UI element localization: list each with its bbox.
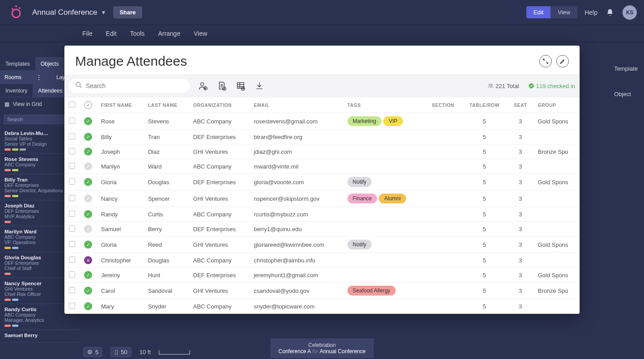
- menu-edit[interactable]: Edit: [106, 30, 117, 37]
- menu-file[interactable]: File: [82, 30, 93, 37]
- col-email[interactable]: EMAIL: [249, 97, 343, 113]
- download-icon[interactable]: [254, 80, 265, 91]
- row-checkbox[interactable]: [69, 195, 75, 201]
- cell-tags: [343, 130, 425, 144]
- right-tab-template[interactable]: Template: [610, 57, 642, 80]
- col-lastname[interactable]: LAST NAME: [144, 97, 189, 113]
- status-icon: ✓: [84, 302, 92, 310]
- cell-email: agonzal@yodo.gov.: [249, 314, 343, 314]
- col-seat[interactable]: SEAT: [508, 97, 534, 113]
- table-row[interactable]: ✓ Marilyn Ward ABC Company mward@vinte.m…: [64, 159, 580, 174]
- kebab-icon[interactable]: ⋮: [36, 74, 42, 80]
- row-checkbox[interactable]: [69, 257, 75, 263]
- help-link[interactable]: Help: [585, 9, 597, 16]
- table-row[interactable]: ✓ Nancy Spencer GHI Ventures nspencer@sk…: [64, 190, 580, 207]
- row-checkbox[interactable]: [69, 118, 75, 124]
- col-org[interactable]: ORGANIZATION: [189, 97, 250, 113]
- cell-org: DEF Enterprises: [189, 314, 250, 314]
- cell-email: btran@feedfire.org: [249, 130, 343, 144]
- table-row[interactable]: ✓ Mary Snyder ABC Company snyder@topicwa…: [64, 299, 580, 314]
- cell-section: [424, 314, 462, 314]
- gear-count[interactable]: ⚙︎ 5: [83, 347, 102, 357]
- cell-seat: 3: [508, 222, 534, 237]
- sidebar-attendee-card[interactable]: Samuel Berry: [0, 330, 80, 343]
- tag-pill: Notify: [347, 240, 372, 249]
- columns-icon[interactable]: [235, 80, 246, 91]
- cell-org: ABC Company: [189, 207, 250, 222]
- row-checkbox[interactable]: [69, 211, 75, 217]
- cell-section: [424, 190, 462, 207]
- cell-org: DEF Enterprises: [189, 174, 250, 190]
- cell-seat: 3: [508, 190, 534, 207]
- tab-objects[interactable]: Objects: [35, 57, 64, 70]
- table-row[interactable]: ✓ Billy Tran DEF Enterprises btran@feedf…: [64, 130, 580, 144]
- status-icon: ✓: [84, 178, 92, 186]
- table-row[interactable]: ✓ Gloria Douglas DEF Enterprises gloria@…: [64, 174, 580, 190]
- status-icon: ✓: [84, 225, 92, 233]
- svg-point-0: [12, 9, 20, 17]
- bell-icon[interactable]: [605, 7, 615, 18]
- cell-org: GHI Ventures: [189, 237, 250, 253]
- view-in-grid[interactable]: View in Grid: [13, 101, 42, 107]
- select-all-checkbox[interactable]: [69, 101, 75, 108]
- status-header-icon[interactable]: [84, 101, 92, 109]
- menu-tools[interactable]: Tools: [130, 30, 145, 37]
- table-row[interactable]: ✓ Carol Sandoval GHI Ventures csandoval@…: [64, 283, 580, 299]
- share-button[interactable]: Share: [113, 6, 142, 18]
- table-row[interactable]: ✓ Samuel Berry DEF Enterprises berry1@qu…: [64, 222, 580, 237]
- table-row[interactable]: ✓ Joseph Diaz GHI Ventures jdiaz@ghi.com…: [64, 144, 580, 159]
- row-checkbox[interactable]: [69, 271, 75, 278]
- table-row[interactable]: ✓ Jeremy Hunt DEF Enterprises jeremyhunt…: [64, 268, 580, 283]
- right-tab-object[interactable]: Object: [610, 91, 642, 97]
- row-checkbox[interactable]: [69, 163, 75, 169]
- table-row[interactable]: ✓ Randy Curtis ABC Company rcurtis@mybuz…: [64, 207, 580, 222]
- chair-count[interactable]: ⌷ 50: [110, 347, 131, 357]
- status-icon: ✓: [84, 271, 92, 279]
- tab-rooms[interactable]: Rooms: [4, 74, 21, 80]
- cell-org: ABC Company: [189, 253, 250, 268]
- cell-group: [533, 190, 580, 207]
- view-mode-button[interactable]: View: [551, 6, 577, 18]
- cell-seat: 3: [508, 283, 534, 299]
- row-checkbox[interactable]: [69, 178, 75, 185]
- row-checkbox[interactable]: [69, 148, 75, 154]
- sidebar-search[interactable]: Search: [4, 114, 73, 124]
- search-box[interactable]: [69, 79, 190, 93]
- col-group[interactable]: GROUP: [533, 97, 580, 113]
- add-person-icon[interactable]: [198, 80, 208, 91]
- row-checkbox[interactable]: [69, 133, 75, 139]
- tab-templates[interactable]: Templates: [0, 57, 35, 70]
- svg-point-3: [15, 5, 17, 7]
- cell-email: christopher@aimbu.info: [249, 253, 343, 268]
- col-tags[interactable]: TAGS: [343, 97, 425, 113]
- table-row[interactable]: ✓ Rose Stevens ABC Company rosestevens@g…: [64, 113, 580, 130]
- col-firstname[interactable]: FIRST NAME: [97, 97, 144, 113]
- add-list-icon[interactable]: [216, 80, 227, 91]
- user-avatar[interactable]: KS: [623, 5, 637, 20]
- search-input[interactable]: [86, 82, 183, 89]
- cell-org: GHI Ventures: [189, 144, 250, 159]
- menu-arrange[interactable]: Arrange: [158, 30, 180, 37]
- row-checkbox[interactable]: [69, 303, 75, 309]
- col-table[interactable]: TABLE/ROW: [462, 97, 508, 113]
- table-row[interactable]: ✓ Andrew Gonzalez DEF Enterprises agonza…: [64, 314, 580, 314]
- tab-inventory[interactable]: Inventory: [0, 84, 33, 97]
- table-row[interactable]: ✓ Gloria Reed GHI Ventures gloriareed@kw…: [64, 237, 580, 253]
- expand-icon[interactable]: [539, 55, 552, 68]
- cell-lastname: Curtis: [144, 207, 189, 222]
- edit-icon[interactable]: [556, 55, 569, 68]
- cell-lastname: Sandoval: [144, 283, 189, 299]
- cell-email: gloriareed@kwimnbee.com: [249, 237, 343, 253]
- row-checkbox[interactable]: [69, 287, 75, 293]
- table-row[interactable]: ✕ Christopher Douglas ABC Company christ…: [64, 253, 580, 268]
- menu-view[interactable]: View: [194, 30, 207, 37]
- col-section[interactable]: SECTION: [424, 97, 462, 113]
- right-panel: Template Object: [610, 57, 642, 97]
- row-checkbox[interactable]: [69, 225, 75, 232]
- tag-pill: VIP: [383, 116, 402, 126]
- edit-mode-button[interactable]: Edit: [526, 6, 551, 18]
- tab-attendees[interactable]: Attendees: [33, 84, 68, 97]
- project-title[interactable]: Annual Conference ▼: [32, 8, 106, 17]
- row-checkbox[interactable]: [69, 241, 75, 247]
- room-banner[interactable]: Celebration Conference A for Annual Conf…: [271, 338, 374, 358]
